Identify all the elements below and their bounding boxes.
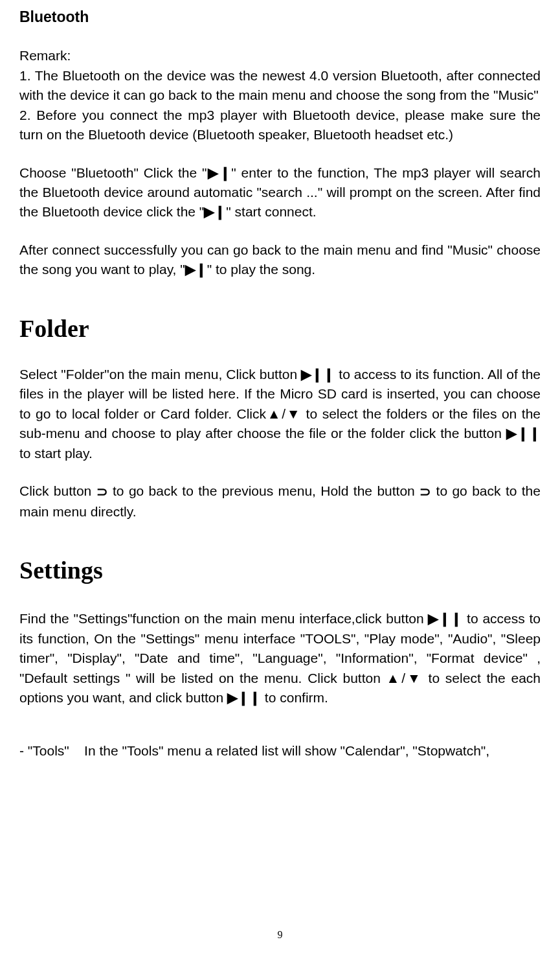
folder-para-1: Select "Folder"on the main menu, Click b… bbox=[19, 365, 541, 463]
settings-heading: Settings bbox=[19, 553, 541, 588]
text-segment: to go back to the previous menu, Hold th… bbox=[113, 483, 415, 498]
bluetooth-heading: Bluetooth bbox=[19, 6, 541, 28]
text-segment: to start play. bbox=[19, 446, 93, 461]
remark-label: Remark: bbox=[19, 48, 71, 63]
play-pause-icon: ▶❙ bbox=[207, 165, 231, 180]
text-segment: In the "Tools" menu a related list will … bbox=[84, 743, 489, 758]
play-pause-icon: ▶❙ bbox=[185, 262, 207, 277]
bluetooth-choose-para: Choose "Bluetooth" Click the "▶❙" enter … bbox=[19, 163, 541, 222]
play-pause-icon: ▶❙ bbox=[204, 204, 226, 219]
back-icon: ⊃ bbox=[96, 484, 108, 499]
text-segment: Choose "Bluetooth" Click the " bbox=[19, 165, 207, 180]
text-segment: " to play the song. bbox=[207, 262, 315, 277]
remark-block: Remark: 1. The Bluetooth on the device w… bbox=[19, 46, 541, 144]
back-icon: ⊃ bbox=[420, 484, 431, 499]
page-number: 9 bbox=[0, 927, 560, 942]
text-segment: " start connect. bbox=[226, 204, 316, 219]
text-segment: - "Tools" bbox=[19, 743, 69, 758]
play-pause-icon: ▶❙❙ bbox=[428, 611, 462, 626]
text-gap bbox=[69, 743, 84, 758]
folder-para-2: Click button ⊃ to go back to the previou… bbox=[19, 481, 541, 522]
text-segment: Click button bbox=[19, 483, 96, 498]
play-pause-icon: ▶❙❙ bbox=[227, 690, 261, 705]
text-segment: Select "Folder"on the main menu, Click b… bbox=[19, 367, 301, 382]
play-pause-icon: ▶❙❙ bbox=[301, 367, 335, 382]
tools-para: - "Tools" In the "Tools" menu a related … bbox=[19, 741, 541, 761]
remark-item-2: 2. Before you connect the mp3 player wit… bbox=[19, 108, 541, 142]
bluetooth-after-para: After connect successfully you can go ba… bbox=[19, 240, 541, 280]
play-pause-icon: ▶❙❙ bbox=[506, 426, 541, 441]
text-segment: Find the "Settings"function on the main … bbox=[19, 611, 428, 626]
text-segment: to confirm. bbox=[261, 690, 328, 705]
settings-para-1: Find the "Settings"function on the main … bbox=[19, 609, 541, 708]
folder-heading: Folder bbox=[19, 311, 541, 347]
remark-item-1: 1. The Bluetooth on the device was the n… bbox=[19, 68, 541, 102]
